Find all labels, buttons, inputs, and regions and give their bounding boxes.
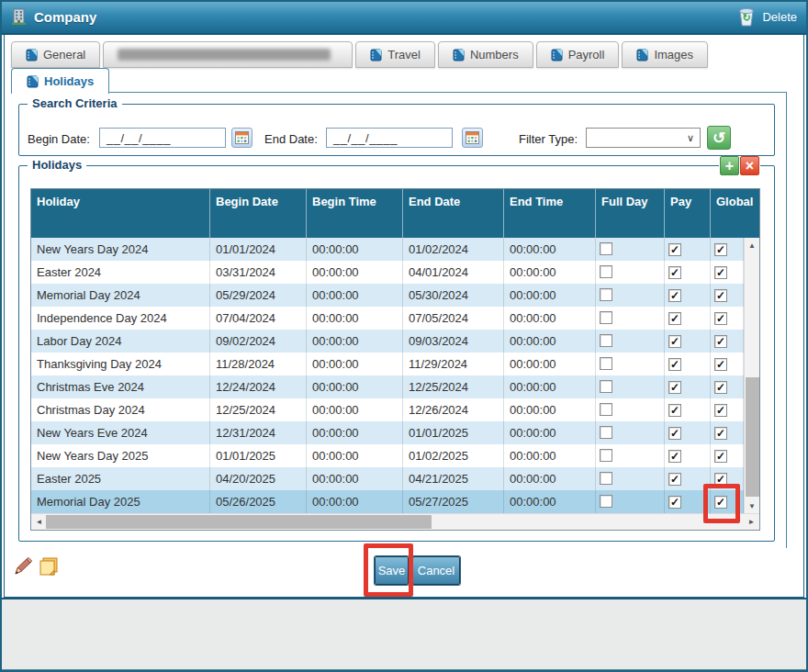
tab-images[interactable]: Images (622, 41, 708, 68)
tab-holidays[interactable]: Holidays (11, 68, 109, 94)
global-checkbox[interactable]: ✓ (714, 243, 727, 256)
full-day-checkbox[interactable] (600, 403, 612, 416)
holiday-cell: Labor Day 2024 (31, 330, 210, 353)
delete-holiday-button[interactable]: × (740, 156, 759, 175)
pay-checkbox[interactable]: ✓ (668, 381, 681, 394)
tab-numbers[interactable]: Numbers (438, 41, 533, 68)
full-day-checkbox[interactable] (600, 449, 612, 462)
global-checkbox[interactable]: ✓ (714, 289, 727, 302)
table-row[interactable]: Christmas Eve 202412/24/202400:00:0012/2… (31, 375, 744, 398)
delete-button[interactable]: ↻ Delete (736, 6, 797, 28)
table-row[interactable]: New Years Day 202401/01/202400:00:0001/0… (31, 238, 744, 261)
notes-icon[interactable] (38, 556, 60, 578)
full-day-checkbox[interactable] (600, 495, 612, 508)
table-row[interactable]: New Years Day 202501/01/202500:00:0001/0… (31, 444, 744, 467)
tab-label: Numbers (470, 48, 519, 62)
begin-date-cell: 04/20/2025 (210, 467, 307, 490)
add-holiday-button[interactable]: + (720, 156, 739, 175)
pay-checkbox[interactable]: ✓ (668, 450, 681, 463)
table-row[interactable]: Memorial Day 202505/26/202500:00:0005/27… (31, 490, 744, 513)
global-checkbox[interactable]: ✓ (714, 450, 727, 463)
scroll-up-arrow[interactable]: ▲ (745, 238, 759, 252)
full-day-checkbox[interactable] (600, 426, 612, 439)
global-checkbox[interactable]: ✓ (714, 404, 727, 417)
notebook-icon (370, 49, 382, 62)
pay-checkbox[interactable]: ✓ (668, 427, 681, 440)
pay-checkbox[interactable]: ✓ (668, 243, 681, 256)
global-checkbox[interactable]: ✓ (714, 427, 727, 440)
global-checkbox[interactable]: ✓ (714, 358, 727, 371)
begin-time-cell: 00:00:00 (307, 398, 403, 421)
refresh-search-button[interactable]: ↺ (707, 126, 731, 150)
table-row[interactable]: Labor Day 202409/02/202400:00:0009/03/20… (31, 330, 744, 353)
begin-date-cell: 12/25/2024 (210, 398, 307, 421)
full-day-checkbox[interactable] (600, 472, 612, 485)
save-button[interactable]: Save (375, 556, 409, 585)
global-checkbox[interactable]: ✓ (714, 496, 727, 509)
full-day-checkbox[interactable] (600, 265, 612, 278)
pay-cell: ✓ (665, 307, 711, 330)
table-row[interactable]: Memorial Day 202405/29/202400:00:0005/30… (31, 284, 744, 307)
begin-date-calendar-button[interactable] (231, 128, 252, 148)
pay-checkbox[interactable]: ✓ (668, 289, 681, 302)
vertical-scrollbar-thumb[interactable] (746, 377, 759, 497)
table-row[interactable]: Easter 202504/20/202500:00:0004/21/20250… (31, 467, 744, 490)
scroll-right-arrow[interactable]: ► (744, 514, 759, 530)
global-checkbox[interactable]: ✓ (714, 381, 727, 394)
scroll-left-arrow[interactable]: ◄ (31, 514, 47, 530)
global-checkbox[interactable]: ✓ (714, 335, 727, 348)
recycle-bin-icon: ↻ (736, 6, 757, 28)
end-date-cell: 12/26/2024 (403, 398, 504, 421)
pay-cell: ✓ (665, 375, 711, 398)
cancel-button[interactable]: Cancel (412, 556, 460, 585)
full-day-checkbox[interactable] (600, 311, 612, 324)
scroll-down-arrow[interactable]: ▼ (745, 498, 759, 513)
global-checkbox[interactable]: ✓ (714, 312, 727, 325)
holiday-cell: Easter 2025 (31, 467, 210, 490)
full-day-checkbox[interactable] (600, 334, 612, 347)
end-date-input[interactable]: __/__/____ (326, 128, 453, 148)
edit-pencil-icon[interactable] (12, 556, 32, 578)
full-day-checkbox[interactable] (600, 242, 612, 255)
notebook-icon (636, 49, 648, 62)
full-day-cell (596, 490, 665, 513)
begin-time-cell: 00:00:00 (307, 238, 403, 261)
notebook-icon (551, 49, 563, 62)
table-row[interactable]: Christmas Day 202412/25/202400:00:0012/2… (31, 398, 744, 421)
vertical-scrollbar[interactable]: ▲ ▼ (744, 238, 759, 513)
begin-time-cell: 00:00:00 (307, 375, 403, 398)
table-row[interactable]: Easter 202403/31/202400:00:0004/01/20240… (31, 261, 744, 284)
begin-date-cell: 05/26/2025 (210, 490, 307, 513)
end-date-calendar-button[interactable] (462, 128, 483, 148)
pay-checkbox[interactable]: ✓ (668, 335, 681, 348)
end-time-cell: 00:00:00 (504, 284, 596, 307)
begin-date-input[interactable]: __/__/____ (99, 128, 226, 148)
table-row[interactable]: Independence Day 202407/04/202400:00:000… (31, 307, 744, 330)
table-row[interactable]: New Years Eve 202412/31/202400:00:0001/0… (31, 421, 744, 444)
end-date-cell: 05/30/2024 (403, 284, 504, 307)
filter-type-select[interactable]: ∨ (586, 128, 701, 148)
full-day-checkbox[interactable] (600, 357, 612, 370)
global-checkbox[interactable]: ✓ (714, 473, 727, 486)
full-day-checkbox[interactable] (600, 380, 612, 393)
column-header-holiday: Holiday (31, 189, 210, 238)
pay-checkbox[interactable]: ✓ (668, 473, 681, 486)
horizontal-scrollbar[interactable]: ◄ ► (31, 513, 759, 530)
pay-checkbox[interactable]: ✓ (668, 404, 681, 417)
holiday-cell: Easter 2024 (31, 261, 210, 284)
pay-checkbox[interactable]: ✓ (668, 496, 681, 509)
column-header-begin-date: Begin Date (210, 189, 307, 238)
global-checkbox[interactable]: ✓ (714, 266, 727, 279)
subtab-label: Holidays (44, 74, 94, 88)
pay-checkbox[interactable]: ✓ (668, 358, 681, 371)
horizontal-scrollbar-thumb[interactable] (46, 515, 432, 529)
full-day-checkbox[interactable] (600, 288, 612, 301)
table-row[interactable]: Thanksgiving Day 202411/28/202400:00:001… (31, 353, 744, 375)
tab-general[interactable]: General (11, 41, 100, 68)
pay-checkbox[interactable]: ✓ (668, 266, 681, 279)
full-day-cell (596, 375, 665, 398)
tab-payroll[interactable]: Payroll (536, 41, 620, 68)
pay-checkbox[interactable]: ✓ (668, 312, 681, 325)
tab-travel[interactable]: Travel (355, 41, 435, 68)
tab-redacted[interactable] (103, 41, 353, 68)
